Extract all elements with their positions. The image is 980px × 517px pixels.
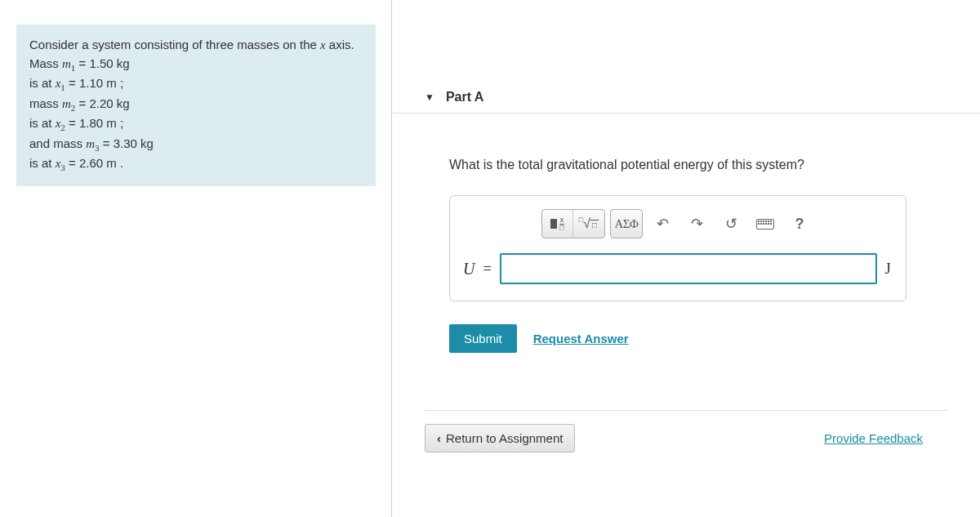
fraction-icon: x□ — [559, 216, 565, 232]
template-button[interactable]: x□ — [542, 210, 573, 238]
answer-box: x□ □√□ ΑΣΦ ↶ ↷ ↺ ? — [449, 195, 906, 301]
unit-kg: kg — [117, 56, 130, 70]
text: ; — [117, 76, 123, 90]
rect-icon — [550, 219, 557, 229]
reset-button[interactable]: ↺ — [716, 210, 746, 238]
answer-input-row: U = J — [460, 253, 896, 284]
var-m3: m3 — [86, 137, 99, 150]
return-button[interactable]: ‹ Return to Assignment — [425, 424, 575, 452]
equals-sign: = — [483, 261, 491, 278]
text: mass — [29, 96, 62, 110]
unit-label: J — [885, 260, 896, 278]
submit-button[interactable]: Submit — [449, 324, 517, 353]
action-row: Submit Request Answer — [449, 324, 956, 353]
help-button[interactable]: ? — [785, 210, 814, 238]
text: is at — [29, 76, 56, 90]
text: = 2.60 — [65, 156, 106, 170]
var-m1: m1 — [62, 57, 75, 70]
unit-kg: kg — [140, 136, 154, 150]
unit-m: m — [106, 76, 117, 90]
problem-statement: Consider a system consisting of three ma… — [16, 25, 376, 186]
greek-button[interactable]: ΑΣΦ — [611, 210, 642, 238]
var-x: x — [320, 38, 326, 51]
reset-icon: ↺ — [725, 215, 737, 233]
text: Consider a system consisting of three ma… — [29, 38, 320, 51]
part-title: Part A — [446, 90, 484, 105]
redo-button[interactable]: ↷ — [682, 210, 711, 238]
answer-panel-container: ▼ Part A What is the total gravitational… — [392, 0, 980, 517]
return-label: Return to Assignment — [446, 431, 563, 445]
text: = 1.80 — [65, 116, 106, 130]
question-text: What is the total gravitational potentia… — [449, 158, 956, 172]
answer-input[interactable] — [500, 253, 877, 284]
text: = 1.50 — [75, 56, 116, 70]
collapse-toggle-icon[interactable]: ▼ — [425, 91, 434, 103]
redo-icon: ↷ — [691, 215, 703, 233]
request-answer-link[interactable]: Request Answer — [533, 332, 629, 345]
math-toolbar: x□ □√□ ΑΣΦ ↶ ↷ ↺ ? — [460, 209, 896, 238]
var-m2: m2 — [62, 97, 75, 110]
text: and mass — [29, 136, 86, 150]
undo-icon: ↶ — [657, 215, 669, 233]
text: = 1.10 — [65, 76, 106, 90]
text: = 2.20 — [75, 96, 116, 110]
unit-m: m — [106, 156, 117, 170]
keyboard-icon — [756, 219, 774, 230]
text: ; — [117, 116, 123, 130]
text: . — [117, 156, 123, 170]
part-header: ▼ Part A — [392, 90, 980, 114]
var-x2: x2 — [56, 117, 65, 130]
chevron-left-icon: ‹ — [437, 431, 441, 445]
variable-label: U — [463, 260, 474, 279]
var-x1: x1 — [56, 77, 65, 90]
symbol-buttons: ΑΣΦ — [610, 209, 643, 238]
unit-kg: kg — [117, 96, 130, 110]
unit-m: m — [106, 116, 117, 130]
text: is at — [29, 156, 56, 170]
root-icon: √□ — [583, 216, 599, 231]
root-button[interactable]: □√□ — [573, 210, 604, 238]
text: = 3.30 — [100, 136, 140, 150]
feedback-link[interactable]: Provide Feedback — [824, 431, 923, 445]
bottom-bar: ‹ Return to Assignment Provide Feedback — [425, 410, 947, 452]
var-x3: x3 — [56, 157, 65, 170]
undo-button[interactable]: ↶ — [648, 210, 677, 238]
template-buttons: x□ □√□ — [541, 209, 605, 238]
problem-panel: Consider a system consisting of three ma… — [0, 0, 392, 517]
keyboard-button[interactable] — [751, 210, 780, 238]
text: is at — [29, 116, 56, 130]
